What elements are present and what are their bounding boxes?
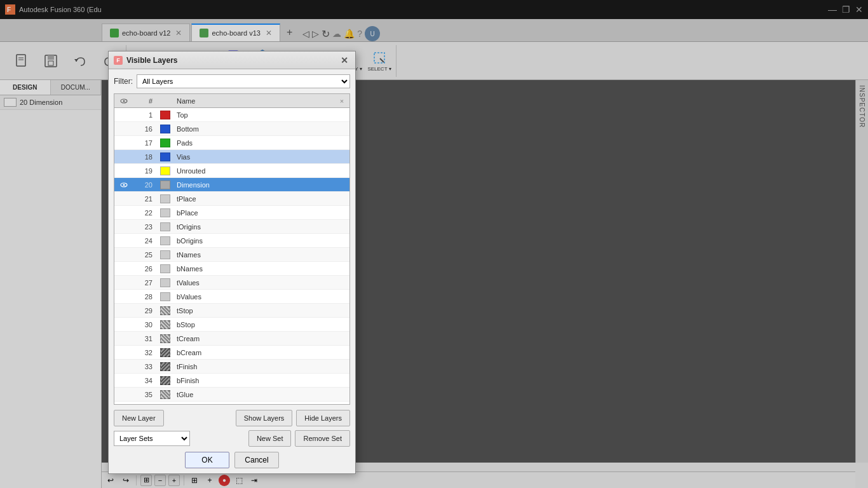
dialog-title-text: Visible Layers [126, 56, 339, 65]
layer-row-bfinish[interactable]: 34 bFinish [114, 374, 349, 388]
name-tglue: tGlue [174, 391, 334, 398]
num-bvalues: 28 [133, 293, 156, 301]
swatch-pads [156, 139, 174, 147]
num-tnames: 25 [133, 251, 156, 259]
filter-row: Filter: All Layers Used Layers Signal La… [114, 74, 350, 88]
swatch-tnames [156, 250, 174, 259]
num-bfinish: 34 [133, 377, 156, 384]
swatch-bcream [156, 348, 174, 357]
layer-row-bnames[interactable]: 26 bNames [114, 262, 349, 276]
layer-row-bstop[interactable]: 30 bStop [114, 318, 349, 332]
layer-row-tcream[interactable]: 31 tCream [114, 332, 349, 346]
layer-row-vias[interactable]: 18 Vias [114, 150, 349, 164]
name-tnames: tNames [174, 251, 334, 259]
swatch-tglue [156, 390, 174, 399]
layer-row-tplace[interactable]: 21 tPlace [114, 192, 349, 206]
modal-overlay: F Visible Layers ✕ Filter: All Layers Us… [0, 0, 868, 488]
num-tvalues: 27 [133, 279, 156, 287]
name-tfinish: tFinish [174, 363, 334, 370]
name-bottom: Bottom [174, 125, 334, 133]
svg-point-26 [123, 100, 125, 102]
layer-row-bcream[interactable]: 32 bCream [114, 346, 349, 360]
dialog-title-bar[interactable]: F Visible Layers ✕ [109, 51, 355, 69]
eye-dimension[interactable] [114, 180, 133, 189]
swatch-bstop [156, 320, 174, 329]
hide-layers-btn[interactable]: Hide Layers [296, 410, 350, 426]
num-bglue: 36 [133, 405, 156, 405]
show-layers-btn[interactable]: Show Layers [236, 410, 293, 426]
name-tstop: tStop [174, 307, 334, 315]
new-set-btn[interactable]: New Set [248, 430, 292, 447]
name-pads: Pads [174, 139, 334, 147]
name-top: Top [174, 111, 334, 119]
swatch-tvalues [156, 278, 174, 287]
button-row-1: New Layer Show Layers Hide Layers [114, 410, 350, 426]
name-vias: Vias [174, 153, 334, 161]
num-vias: 18 [133, 153, 156, 161]
num-tglue: 35 [133, 391, 156, 398]
swatch-bvalues [156, 292, 174, 301]
layer-row-tstop[interactable]: 29 tStop [114, 304, 349, 318]
name-bstop: bStop [174, 321, 334, 329]
num-bstop: 30 [133, 321, 156, 329]
num-tstop: 29 [133, 307, 156, 315]
layer-row-tglue[interactable]: 35 tGlue [114, 388, 349, 402]
layer-row-borigins[interactable]: 24 bOrigins [114, 234, 349, 248]
swatch-borigins [156, 236, 174, 245]
col-name-header: Name [174, 97, 334, 105]
filter-label: Filter: [114, 77, 133, 86]
name-bnames: bNames [174, 265, 334, 273]
dialog-close-btn[interactable]: ✕ [339, 55, 350, 66]
layer-row-torigins[interactable]: 23 tOrigins [114, 220, 349, 234]
layer-row-unrouted[interactable]: 19 Unrouted [114, 164, 349, 178]
name-tplace: tPlace [174, 195, 334, 203]
cancel-btn[interactable]: Cancel [234, 452, 279, 468]
swatch-unrouted [156, 166, 174, 175]
dialog-title-icon: F [114, 56, 123, 65]
layer-row-tvalues[interactable]: 27 tValues [114, 276, 349, 290]
name-bglue: bGlue [174, 405, 334, 405]
button-row-2: Layer Sets New Set Remove Set [114, 430, 350, 447]
remove-set-btn[interactable]: Remove Set [295, 430, 350, 447]
filter-select[interactable]: All Layers Used Layers Signal Layers Int… [137, 74, 350, 88]
layer-row-bplace[interactable]: 22 bPlace [114, 206, 349, 220]
num-dimension: 20 [133, 181, 156, 189]
layer-table-header: # Name × [114, 94, 349, 108]
num-borigins: 24 [133, 237, 156, 245]
swatch-tplace [156, 194, 174, 203]
name-unrouted: Unrouted [174, 167, 334, 175]
swatch-vias [156, 152, 174, 161]
ok-cancel-row: OK Cancel [114, 452, 350, 468]
dialog-body: Filter: All Layers Used Layers Signal La… [109, 69, 355, 473]
swatch-tfinish [156, 362, 174, 371]
layer-row-bvalues[interactable]: 28 bValues [114, 290, 349, 304]
swatch-tstop [156, 306, 174, 315]
layer-row-top[interactable]: 1 Top [114, 108, 349, 122]
num-bottom: 16 [133, 125, 156, 133]
new-layer-btn[interactable]: New Layer [114, 410, 164, 426]
col-x-header: × [334, 97, 349, 105]
name-bvalues: bValues [174, 293, 334, 301]
swatch-top [156, 111, 174, 119]
visible-layers-dialog: F Visible Layers ✕ Filter: All Layers Us… [108, 51, 356, 474]
swatch-bplace [156, 208, 174, 217]
layer-row-dimension[interactable]: 20 Dimension [114, 178, 349, 192]
layer-row-tfinish[interactable]: 33 tFinish [114, 360, 349, 374]
num-bnames: 26 [133, 265, 156, 273]
layer-row-bottom[interactable]: 16 Bottom [114, 122, 349, 136]
name-torigins: tOrigins [174, 223, 334, 231]
layer-sets-select[interactable]: Layer Sets [114, 431, 190, 446]
num-tplace: 21 [133, 195, 156, 203]
ok-btn[interactable]: OK [185, 452, 229, 468]
layer-row-tnames[interactable]: 25 tNames [114, 248, 349, 262]
layer-row-bglue[interactable]: 36 bGlue [114, 402, 349, 405]
swatch-dimension [156, 180, 174, 189]
name-tcream: tCream [174, 335, 334, 342]
swatch-bottom [156, 125, 174, 133]
layer-row-pads[interactable]: 17 Pads [114, 136, 349, 150]
num-bcream: 32 [133, 349, 156, 356]
spacer-1 [168, 410, 232, 426]
name-tvalues: tValues [174, 279, 334, 287]
layer-table[interactable]: # Name × 1 Top 16 B [114, 93, 350, 405]
name-bfinish: bFinish [174, 377, 334, 384]
